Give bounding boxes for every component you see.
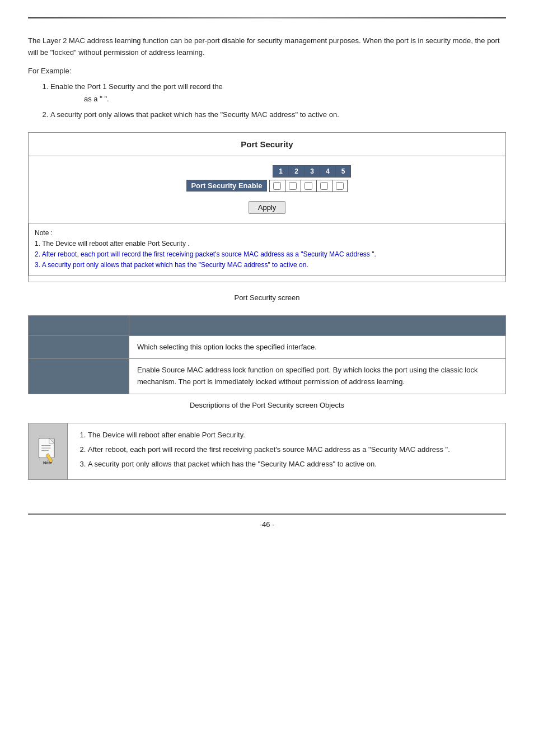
checkbox-input-2[interactable] bbox=[289, 182, 297, 190]
example-item-2-text: A security port only allows that packet … bbox=[50, 110, 339, 119]
checkbox-input-4[interactable] bbox=[320, 182, 328, 190]
port-num-1: 1 bbox=[273, 165, 288, 178]
list-item: A security port only allows that packet … bbox=[50, 109, 506, 121]
port-num-4: 4 bbox=[320, 165, 335, 178]
note-item-2: After reboot, each port will record the … bbox=[88, 444, 450, 456]
port-checkbox-1[interactable] bbox=[269, 180, 285, 192]
port-security-content: 1 2 3 4 5 Port Security Enable bbox=[29, 156, 505, 223]
example-item-1-text: Enable the Port 1 Security and the port … bbox=[50, 82, 223, 91]
port-checkbox-2[interactable] bbox=[285, 180, 301, 192]
apply-button[interactable]: Apply bbox=[249, 201, 286, 214]
checkbox-input-1[interactable] bbox=[273, 182, 281, 190]
note-label: Note : bbox=[35, 228, 499, 239]
table-cell-header-2 bbox=[129, 315, 506, 335]
port-enable-label: Port Security Enable bbox=[186, 180, 266, 192]
table-cell-1-1 bbox=[29, 335, 129, 359]
table-cell-header-1 bbox=[29, 315, 129, 335]
desc-caption: Descriptions of the Port Security screen… bbox=[28, 401, 506, 409]
port-security-title: Port Security bbox=[29, 133, 505, 156]
note-box: Note : 1. The Device will reboot after e… bbox=[29, 223, 505, 276]
table-cell-2-2: Enable Source MAC address lock function … bbox=[129, 359, 506, 394]
for-example-label: For Example: bbox=[28, 67, 506, 75]
port-num-3: 3 bbox=[304, 165, 320, 178]
table-row-1: Which selecting this option locks the sp… bbox=[29, 335, 506, 359]
top-border bbox=[28, 17, 506, 18]
example-item-1-subtext: as a " ". bbox=[50, 93, 506, 105]
checkbox-input-5[interactable] bbox=[336, 182, 344, 190]
table-cell-1-2: Which selecting this option locks the sp… bbox=[129, 335, 506, 359]
example-list: Enable the Port 1 Security and the port … bbox=[28, 81, 506, 121]
port-security-box: Port Security 1 2 3 4 5 Port Security En… bbox=[28, 132, 506, 282]
table-row-2: Enable Source MAC address lock function … bbox=[29, 359, 506, 394]
page-container: The Layer 2 MAC address learning functio… bbox=[0, 0, 534, 756]
table-cell-2-1 bbox=[29, 359, 129, 394]
port-num-5: 5 bbox=[335, 165, 351, 178]
table-row-header bbox=[29, 315, 506, 335]
note-line-2: 2. After reboot, each port will record t… bbox=[35, 249, 499, 260]
port-checkbox-3[interactable] bbox=[301, 180, 316, 192]
apply-btn-row: Apply bbox=[249, 201, 286, 214]
port-numbers-row: 1 2 3 4 5 bbox=[183, 165, 351, 178]
checkbox-input-3[interactable] bbox=[305, 182, 312, 190]
page-number: -46 - bbox=[260, 520, 275, 529]
note-line-3: 3. A security port only allows that pack… bbox=[35, 260, 499, 270]
port-checkboxes bbox=[269, 180, 348, 192]
bottom-note-section: Note The Device will reboot after enable… bbox=[28, 423, 506, 480]
port-numbers: 1 2 3 4 5 bbox=[273, 165, 351, 178]
svg-text:Note: Note bbox=[43, 460, 52, 465]
port-num-2: 2 bbox=[288, 165, 304, 178]
note-item-1: The Device will reboot after enable Port… bbox=[88, 429, 450, 441]
note-content: The Device will reboot after enable Port… bbox=[68, 423, 459, 478]
list-item: Enable the Port 1 Security and the port … bbox=[50, 81, 506, 105]
intro-paragraph: The Layer 2 MAC address learning functio… bbox=[28, 35, 506, 59]
note-icon: Note bbox=[35, 437, 60, 465]
port-enable-row: Port Security Enable bbox=[186, 180, 347, 192]
port-security-screen-caption: Port Security screen bbox=[28, 293, 506, 302]
port-checkbox-4[interactable] bbox=[316, 180, 332, 192]
note-icon-cell: Note bbox=[29, 423, 68, 479]
note-item-3: A security port only allows that packet … bbox=[88, 458, 450, 470]
desc-table: Which selecting this option locks the sp… bbox=[28, 315, 506, 394]
note-line-1: 1. The Device will reboot after enable P… bbox=[35, 239, 499, 249]
note-list: The Device will reboot after enable Port… bbox=[77, 429, 450, 470]
port-checkbox-5[interactable] bbox=[332, 180, 348, 192]
